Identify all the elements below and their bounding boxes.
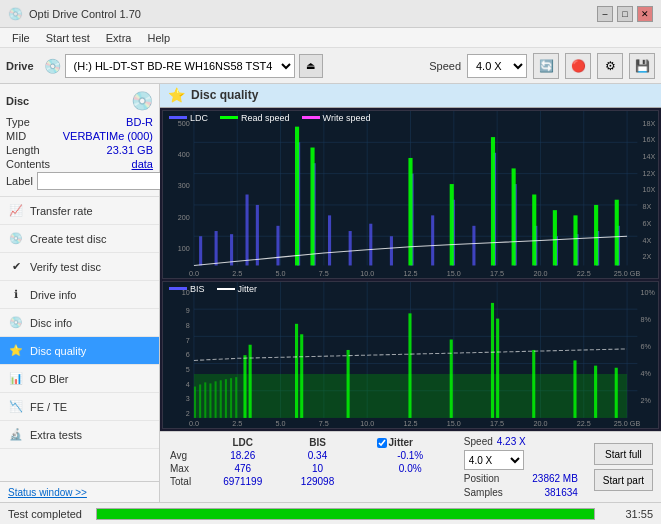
legend-ldc-label: LDC: [190, 113, 208, 123]
menu-file[interactable]: File: [4, 30, 38, 46]
svg-rect-26: [369, 223, 372, 265]
svg-rect-111: [225, 379, 227, 418]
svg-text:300: 300: [178, 181, 190, 190]
position-label: Position: [464, 473, 500, 484]
toolbar: Drive 💿 (H:) HL-DT-ST BD-RE WH16NS58 TST…: [0, 48, 661, 84]
content-header: ⭐ Disc quality: [160, 84, 661, 108]
drive-icon: 💿: [44, 58, 61, 74]
top-chart: LDC Read speed Write speed: [162, 110, 659, 279]
svg-rect-25: [349, 231, 352, 265]
menu-bar: File Start test Extra Help: [0, 28, 661, 48]
refresh-button[interactable]: 🔄: [533, 53, 559, 79]
svg-rect-101: [532, 350, 535, 418]
samples-value: 381634: [544, 487, 577, 498]
svg-rect-46: [553, 210, 557, 265]
svg-text:6%: 6%: [640, 341, 651, 350]
content-area: ⭐ Disc quality LDC Read speed: [160, 84, 661, 502]
eject-button[interactable]: ⏏: [299, 54, 323, 78]
jitter-label-text: Jitter: [389, 437, 413, 448]
svg-rect-102: [573, 360, 576, 418]
svg-rect-92: [243, 355, 246, 418]
status-window-button[interactable]: Status window >>: [8, 487, 87, 498]
svg-rect-27: [390, 236, 393, 265]
stats-total-bis: 129098: [282, 475, 352, 488]
col-spacer: [353, 436, 373, 449]
svg-rect-44: [512, 168, 516, 265]
svg-rect-41: [408, 158, 412, 266]
jitter-label[interactable]: Jitter: [377, 437, 444, 448]
svg-text:6X: 6X: [643, 218, 652, 227]
sidebar-item-disc-info[interactable]: 💿 Disc info: [0, 309, 159, 337]
svg-rect-105: [194, 386, 196, 417]
extra-tests-icon: 🔬: [8, 427, 24, 443]
stats-row-total: Total 6971199 129098: [168, 475, 448, 488]
legend-write-speed-color: [302, 116, 320, 119]
sidebar-item-extra-tests[interactable]: 🔬 Extra tests: [0, 421, 159, 449]
svg-rect-19: [246, 194, 249, 265]
speed-dropdown[interactable]: 4.0 X: [464, 450, 524, 470]
legend-bis-label: BIS: [190, 284, 205, 294]
svg-text:0.0: 0.0: [189, 419, 199, 428]
sidebar-item-verify-test-disc[interactable]: ✔ Verify test disc: [0, 253, 159, 281]
speed-select[interactable]: 4.0 X: [467, 54, 527, 78]
disc-label-input[interactable]: [37, 172, 170, 190]
menu-help[interactable]: Help: [139, 30, 178, 46]
svg-rect-17: [215, 231, 218, 265]
menu-extra[interactable]: Extra: [98, 30, 140, 46]
jitter-checkbox[interactable]: [377, 438, 387, 448]
sidebar-item-create-test-disc-label: Create test disc: [30, 233, 106, 245]
sidebar-item-cd-bler[interactable]: 📊 CD Bler: [0, 365, 159, 393]
legend-read-speed-color: [220, 116, 238, 119]
samples-row: Samples 381634: [464, 487, 578, 498]
speed-label: Speed: [429, 60, 461, 72]
svg-rect-96: [347, 350, 350, 418]
bottom-chart: BIS Jitter: [162, 281, 659, 429]
sidebar-item-extra-tests-label: Extra tests: [30, 429, 82, 441]
maximize-button[interactable]: □: [617, 6, 633, 22]
svg-text:8%: 8%: [640, 314, 651, 323]
svg-text:5: 5: [186, 364, 190, 373]
legend-jitter-label: Jitter: [238, 284, 258, 294]
stats-max-jitter: 0.0%: [373, 462, 448, 475]
svg-text:10X: 10X: [643, 185, 656, 194]
save-button[interactable]: 💾: [629, 53, 655, 79]
disc-mid-value: VERBATIMe (000): [63, 130, 153, 142]
svg-rect-45: [532, 194, 536, 265]
sidebar-item-fe-te[interactable]: 📉 FE / TE: [0, 393, 159, 421]
drive-info-icon: ℹ: [8, 287, 24, 303]
minimize-button[interactable]: –: [597, 6, 613, 22]
legend-read-speed: Read speed: [220, 113, 290, 123]
sidebar-item-drive-info-label: Drive info: [30, 289, 76, 301]
start-full-button[interactable]: Start full: [594, 443, 653, 465]
sidebar-item-drive-info[interactable]: ℹ Drive info: [0, 281, 159, 309]
sidebar-item-cd-bler-label: CD Bler: [30, 373, 69, 385]
sidebar-item-create-test-disc[interactable]: 💿 Create test disc: [0, 225, 159, 253]
svg-text:12.5: 12.5: [403, 268, 417, 277]
stats-row-max: Max 476 10 0.0%: [168, 462, 448, 475]
svg-text:18X: 18X: [643, 118, 656, 127]
action-buttons: Start full Start part: [594, 436, 653, 498]
disc-label-row: Label 🔍: [6, 172, 153, 190]
disc-info-icon: 💿: [8, 315, 24, 331]
stats-total-ldc: 6971199: [203, 475, 282, 488]
start-part-button[interactable]: Start part: [594, 469, 653, 491]
drive-select[interactable]: (H:) HL-DT-ST BD-RE WH16NS58 TST4: [65, 54, 295, 78]
title-bar-left: 💿 Opti Drive Control 1.70: [8, 7, 141, 21]
sidebar-item-disc-quality[interactable]: ⭐ Disc quality: [0, 337, 159, 365]
svg-text:400: 400: [178, 150, 190, 159]
svg-rect-20: [256, 205, 259, 266]
svg-text:2X: 2X: [643, 252, 652, 261]
burn-button[interactable]: 🔴: [565, 53, 591, 79]
menu-start-test[interactable]: Start test: [38, 30, 98, 46]
legend-bis-color: [169, 287, 187, 290]
svg-text:5.0: 5.0: [276, 419, 286, 428]
sidebar-item-verify-test-disc-label: Verify test disc: [30, 261, 101, 273]
close-button[interactable]: ✕: [637, 6, 653, 22]
disc-label-label: Label: [6, 175, 33, 187]
disc-contents-value[interactable]: data: [132, 158, 153, 170]
svg-text:25.0 GB: 25.0 GB: [614, 268, 641, 277]
settings-button[interactable]: ⚙: [597, 53, 623, 79]
sidebar-item-transfer-rate[interactable]: 📈 Transfer rate: [0, 197, 159, 225]
svg-text:9: 9: [186, 306, 190, 315]
svg-text:2.5: 2.5: [232, 419, 242, 428]
